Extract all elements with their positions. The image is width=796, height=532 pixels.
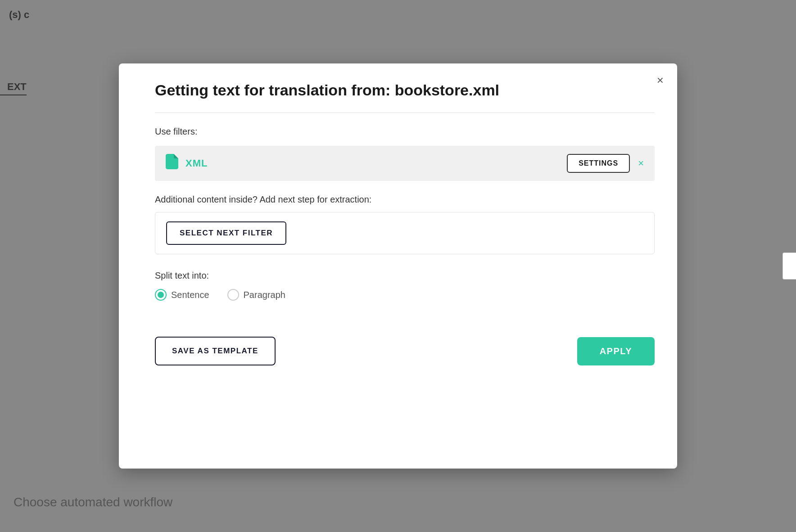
radio-sentence[interactable]: Sentence xyxy=(155,289,209,301)
xml-file-icon xyxy=(166,154,178,173)
modal-title: Getting text for translation from: books… xyxy=(155,81,655,99)
bg-choose-text: Choose automated workflow xyxy=(14,495,172,509)
filter-left: XML xyxy=(166,154,208,173)
radio-sentence-label: Sentence xyxy=(171,290,209,300)
split-text-label: Split text into: xyxy=(155,271,655,281)
bg-right-button[interactable] xyxy=(782,252,796,280)
radio-paragraph[interactable]: Paragraph xyxy=(227,289,285,301)
apply-button[interactable]: APPLY xyxy=(577,337,655,365)
xml-label: XML xyxy=(185,158,208,169)
settings-button[interactable]: SETTINGS xyxy=(567,154,630,173)
use-filters-label: Use filters: xyxy=(155,126,655,137)
close-button[interactable]: × xyxy=(657,74,664,86)
bg-page-hint: (s) c xyxy=(0,0,90,30)
additional-content-label: Additional content inside? Add next step… xyxy=(155,194,655,205)
select-next-filter-button[interactable]: SELECT NEXT FILTER xyxy=(166,221,286,245)
radio-group: Sentence Paragraph xyxy=(155,289,655,301)
radio-paragraph-label: Paragraph xyxy=(244,290,285,300)
filter-row: XML SETTINGS × xyxy=(155,146,655,181)
modal-dialog: × Getting text for translation from: boo… xyxy=(119,63,677,469)
save-as-template-button[interactable]: SAVE AS TEMPLATE xyxy=(155,337,276,365)
bg-ext-label: EXT xyxy=(0,81,27,95)
modal-footer: SAVE AS TEMPLATE APPLY xyxy=(155,337,655,365)
divider xyxy=(155,113,655,113)
radio-paragraph-circle[interactable] xyxy=(227,289,239,301)
filter-right: SETTINGS × xyxy=(567,154,644,173)
radio-sentence-dot xyxy=(158,292,164,298)
next-filter-box: SELECT NEXT FILTER xyxy=(155,212,655,254)
filter-remove-button[interactable]: × xyxy=(638,158,644,168)
radio-sentence-circle[interactable] xyxy=(155,289,167,301)
